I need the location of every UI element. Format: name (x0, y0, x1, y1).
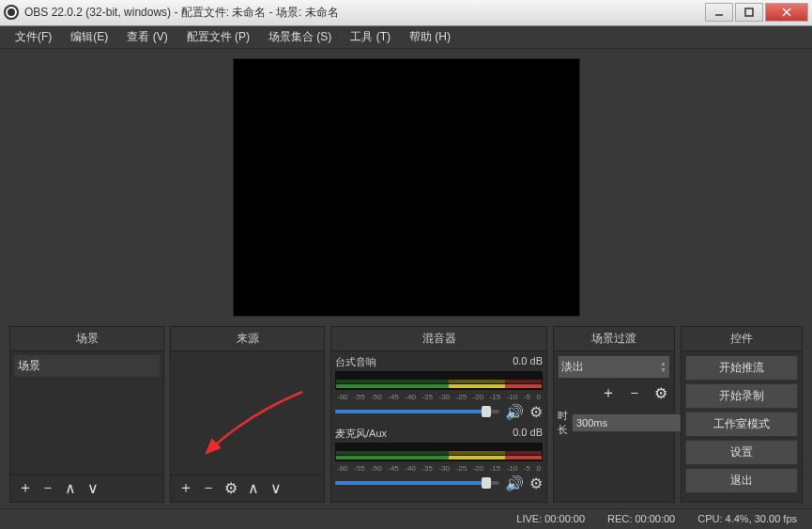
scene-up-button[interactable]: ∧ (61, 479, 80, 498)
sources-list[interactable] (171, 351, 324, 475)
menu-scene-collection[interactable]: 场景集合 (S) (261, 26, 339, 48)
dock-panels: 场景 场景 ＋ － ∧ ∨ 来源 ＋ － ⚙ (0, 326, 812, 508)
source-settings-button[interactable]: ⚙ (222, 479, 240, 498)
add-transition-button[interactable]: ＋ (599, 384, 618, 403)
status-cpu: CPU: 4.4%, 30.00 fps (697, 513, 797, 524)
remove-source-button[interactable]: － (199, 479, 218, 498)
menu-edit[interactable]: 编辑(E) (63, 26, 115, 48)
mixer-panel: 混音器 台式音响 0.0 dB -60-55-50-45-40-35-30-25… (330, 326, 547, 503)
menu-profile[interactable]: 配置文件 (P) (179, 26, 257, 48)
volume-slider[interactable] (335, 410, 499, 413)
controls-panel: 控件 开始推流 开始录制 工作室模式 设置 退出 (681, 326, 803, 503)
titlebar: OBS 22.0.2 (32-bit, windows) - 配置文件: 未命名… (0, 0, 812, 26)
mixer-channel-mic: 麦克风/Aux 0.0 dB -60-55-50-45-40-35-30-25-… (335, 427, 543, 492)
transitions-header: 场景过渡 (554, 327, 674, 351)
mixer-channel-desktop: 台式音响 0.0 dB -60-55-50-45-40-35-30-25-20-… (335, 355, 543, 421)
svg-rect-1 (745, 8, 753, 16)
close-button[interactable] (765, 3, 808, 22)
exit-button[interactable]: 退出 (685, 468, 798, 493)
add-scene-button[interactable]: ＋ (16, 479, 35, 498)
scene-item[interactable]: 场景 (14, 355, 160, 377)
channel-name: 麦克风/Aux (335, 427, 387, 441)
studio-mode-button[interactable]: 工作室模式 (685, 412, 798, 437)
controls-header: 控件 (682, 327, 802, 351)
scenes-header: 场景 (10, 327, 163, 351)
status-rec: REC: 00:00:00 (607, 513, 675, 524)
preview-area (0, 49, 812, 326)
transition-select[interactable]: 淡出 ▲▼ (558, 355, 670, 379)
menubar: 文件(F) 编辑(E) 查看 (V) 配置文件 (P) 场景集合 (S) 工具 … (0, 26, 812, 49)
app-icon (4, 5, 19, 20)
volume-slider[interactable] (335, 481, 499, 485)
menu-file[interactable]: 文件(F) (8, 26, 59, 48)
start-stream-button[interactable]: 开始推流 (685, 355, 798, 381)
speaker-icon[interactable]: 🔊 (505, 475, 524, 492)
channel-db: 0.0 dB (513, 427, 543, 441)
app-window: OBS 22.0.2 (32-bit, windows) - 配置文件: 未命名… (0, 0, 812, 529)
annotation-arrow-icon (199, 387, 312, 462)
transition-settings-button[interactable]: ⚙ (651, 384, 670, 403)
chevron-updown-icon: ▲▼ (660, 360, 666, 373)
remove-scene-button[interactable]: － (38, 479, 57, 498)
sources-panel: 来源 ＋ － ⚙ ∧ ∨ (170, 326, 325, 503)
channel-meter: -60-55-50-45-40-35-30-25-20-15-10-50 (335, 443, 543, 461)
source-down-button[interactable]: ∨ (267, 479, 285, 498)
source-up-button[interactable]: ∧ (244, 479, 263, 498)
duration-label: 时长 (558, 409, 568, 437)
transitions-panel: 场景过渡 淡出 ▲▼ ＋ － ⚙ 时长 ▲▼ (553, 326, 675, 503)
channel-settings-icon[interactable]: ⚙ (529, 475, 543, 492)
channel-db: 0.0 dB (513, 355, 543, 369)
channel-meter: -60-55-50-45-40-35-30-25-20-15-10-50 (335, 371, 543, 390)
scene-down-button[interactable]: ∨ (84, 479, 102, 498)
channel-settings-icon[interactable]: ⚙ (529, 403, 543, 421)
minimize-button[interactable] (705, 3, 733, 22)
maximize-button[interactable] (735, 3, 763, 22)
settings-button[interactable]: 设置 (685, 440, 798, 465)
menu-view[interactable]: 查看 (V) (119, 26, 175, 48)
gear-icon: ⚙ (224, 479, 237, 497)
status-live: LIVE: 00:00:00 (516, 513, 585, 524)
add-source-button[interactable]: ＋ (176, 479, 195, 498)
remove-transition-button[interactable]: － (625, 384, 644, 403)
speaker-icon[interactable]: 🔊 (505, 403, 524, 421)
mixer-header: 混音器 (331, 327, 546, 351)
sources-header: 来源 (171, 327, 324, 351)
window-title: OBS 22.0.2 (32-bit, windows) - 配置文件: 未命名… (24, 5, 705, 21)
channel-name: 台式音响 (335, 355, 376, 369)
start-record-button[interactable]: 开始录制 (685, 383, 798, 409)
statusbar: LIVE: 00:00:00 REC: 00:00:00 CPU: 4.4%, … (0, 508, 812, 529)
menu-tools[interactable]: 工具 (T) (343, 26, 398, 48)
menu-help[interactable]: 帮助 (H) (402, 26, 458, 48)
preview-canvas[interactable] (233, 58, 580, 317)
scenes-panel: 场景 场景 ＋ － ∧ ∨ (9, 326, 164, 503)
